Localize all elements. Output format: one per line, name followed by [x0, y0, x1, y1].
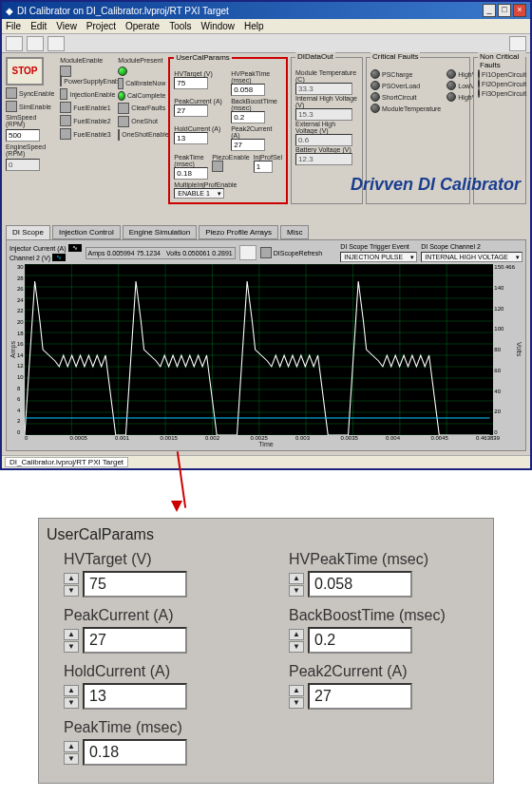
menu-file[interactable]: File	[6, 21, 21, 31]
oneshot-label: OneShot	[131, 118, 158, 124]
ch2sel-dropdown[interactable]: INTERNAL HIGH VOLTAGE	[421, 252, 522, 262]
fuel1-toggle[interactable]	[60, 102, 71, 113]
volts-v1: 0.050061	[182, 250, 210, 256]
scope-tools-icon[interactable]	[239, 245, 256, 260]
oneshotenable-toggle[interactable]	[118, 129, 120, 141]
clearfaults-button[interactable]	[118, 103, 129, 114]
z-peaktime-input[interactable]: 0.18	[83, 739, 187, 766]
multiprof-label: MultipleInjProfEnable	[174, 181, 282, 188]
tab-enginesim[interactable]: Engine Simulation	[123, 225, 197, 239]
holdcurrent-input[interactable]: 13	[174, 132, 208, 144]
menu-view[interactable]: View	[56, 21, 77, 31]
z-peakcurrent-input[interactable]: 27	[83, 627, 187, 654]
z-peak2current-input[interactable]: 27	[308, 683, 412, 710]
z-holdcurrent-input[interactable]: 13	[83, 683, 187, 710]
close-button[interactable]: ×	[513, 4, 526, 17]
tab-misc[interactable]: Misc	[280, 225, 309, 239]
z-hvtarget-input[interactable]: 75	[83, 571, 187, 598]
psenable-label: PowerSupplyEnable	[64, 78, 124, 85]
z-hvtarget-spinner[interactable]: ▲▼	[64, 573, 79, 597]
yr-100: 100	[494, 326, 515, 332]
calcomplete-label: CalComplete	[127, 92, 165, 99]
ch2-label: Channel 2 (V)	[10, 255, 50, 261]
peakcurrent-label: PeakCurrent (A)	[174, 98, 225, 104]
z-hvpeaktime-input[interactable]: 0.058	[308, 571, 412, 598]
clearfaults-label: ClearFaults	[131, 104, 165, 111]
inthv-label: Internal High Voltage (V)	[295, 95, 358, 108]
scope-plot[interactable]	[25, 264, 494, 435]
enginespeed-label: EngineSpeed (RPM)	[6, 143, 57, 157]
menu-edit[interactable]: Edit	[30, 21, 47, 31]
peaktime-label: PeakTime (msec)	[174, 154, 208, 167]
tab-discope[interactable]: DI Scope	[6, 225, 50, 239]
psoverload-label: PSOverLoad	[382, 83, 420, 89]
hvtarget-label: HVTarget (V)	[174, 70, 225, 77]
injprofsel-label: InjProfSel	[254, 154, 282, 161]
status-tab[interactable]: DI_Calibrator.lvproj/RT PXI Target	[5, 457, 128, 467]
hvtarget-input[interactable]: 75	[174, 77, 208, 89]
injprofsel-input[interactable]: 1	[254, 161, 273, 173]
backboost-input[interactable]: 0.2	[231, 111, 265, 123]
syncenable-toggle[interactable]	[6, 87, 17, 99]
run-cont-button[interactable]	[27, 36, 44, 51]
app-icon: ◆	[6, 6, 13, 16]
z-backboost-input[interactable]: 0.2	[308, 627, 412, 654]
fuel3-toggle[interactable]	[60, 128, 71, 140]
z-holdcurrent-label: HoldCurrent (A)	[64, 663, 260, 680]
z-hvtarget-label: HVTarget (V)	[64, 551, 260, 568]
z-peak2current-spinner[interactable]: ▲▼	[289, 685, 304, 709]
trigger-dropdown[interactable]: INJECTION PULSE	[340, 252, 417, 262]
window-title: DI Calibrator on DI_Calibrator.lvproj/RT…	[17, 6, 229, 16]
ch2sel-label: DI Scope Channel 2	[421, 243, 481, 250]
enginespeed-readout: 0	[6, 159, 40, 171]
z-backboost-spinner[interactable]: ▲▼	[289, 629, 304, 653]
abort-button[interactable]	[48, 36, 65, 51]
amps-v1: 0.005994	[106, 250, 134, 256]
run-button[interactable]	[6, 36, 23, 51]
fuel2-toggle[interactable]	[60, 115, 71, 126]
fi1-led	[478, 69, 480, 79]
maximize-button[interactable]: □	[498, 4, 511, 17]
multiprof-dropdown[interactable]: ENABLE 1	[174, 188, 223, 199]
injenable-toggle[interactable]	[60, 88, 67, 100]
menu-window[interactable]: Window	[200, 21, 235, 31]
yaxis-left-ticks: 302826242220181614121086420	[16, 264, 25, 435]
menu-tools[interactable]: Tools	[169, 21, 191, 31]
scoperefresh-toggle[interactable]	[260, 247, 272, 258]
injcurrent-label: Injector Current (A)	[10, 245, 66, 252]
hvpeaktime-label: HVPeakTime (msec)	[231, 70, 282, 84]
tab-injection[interactable]: Injection Control	[52, 225, 121, 239]
z-hvpeaktime-spinner[interactable]: ▲▼	[289, 573, 304, 597]
fi2-led	[478, 79, 480, 88]
menu-help[interactable]: Help	[244, 21, 264, 31]
z-peakcurrent-spinner[interactable]: ▲▼	[64, 629, 79, 653]
hvpeaktime-input[interactable]: 0.058	[231, 84, 265, 96]
psenable-toggle[interactable]	[60, 75, 62, 86]
peaktime-input[interactable]: 0.18	[174, 167, 208, 180]
calcomplete-led	[118, 91, 125, 101]
help-icon[interactable]	[509, 36, 526, 51]
peakcurrent-input[interactable]: 27	[174, 104, 208, 117]
main-window: ◆ DI Calibrator on DI_Calibrator.lvproj/…	[0, 0, 532, 470]
fuel1-label: FuelEnable1	[73, 104, 110, 111]
tab-piezo[interactable]: Piezo Profile Arrays	[199, 225, 278, 239]
oneshotenable-label: OneShotEnable	[122, 131, 168, 138]
piezoenable-toggle[interactable]	[212, 161, 223, 172]
stop-button[interactable]: STOP	[6, 57, 44, 85]
simenable-label: SimEnable	[19, 104, 51, 110]
minimize-button[interactable]: _	[483, 4, 496, 17]
exthv-readout: 0.6	[295, 134, 352, 146]
simenable-toggle[interactable]	[6, 101, 17, 112]
z-holdcurrent-spinner[interactable]: ▲▼	[64, 685, 79, 709]
menu-project[interactable]: Project	[86, 21, 116, 31]
modtemp-label: Module Temperature (C)	[295, 69, 358, 83]
shortcircuit-led	[370, 92, 380, 102]
z-peaktime-spinner[interactable]: ▲▼	[64, 741, 79, 765]
z-peaktime-label: PeakTime (msec)	[64, 719, 260, 736]
oneshot-button[interactable]	[118, 116, 129, 127]
simspeed-input[interactable]: 500	[6, 129, 40, 142]
usercal-title: UserCalParams	[174, 53, 231, 62]
peak2current-input[interactable]: 27	[231, 139, 265, 151]
menu-operate[interactable]: Operate	[125, 21, 160, 31]
calnow-button[interactable]	[118, 78, 124, 89]
